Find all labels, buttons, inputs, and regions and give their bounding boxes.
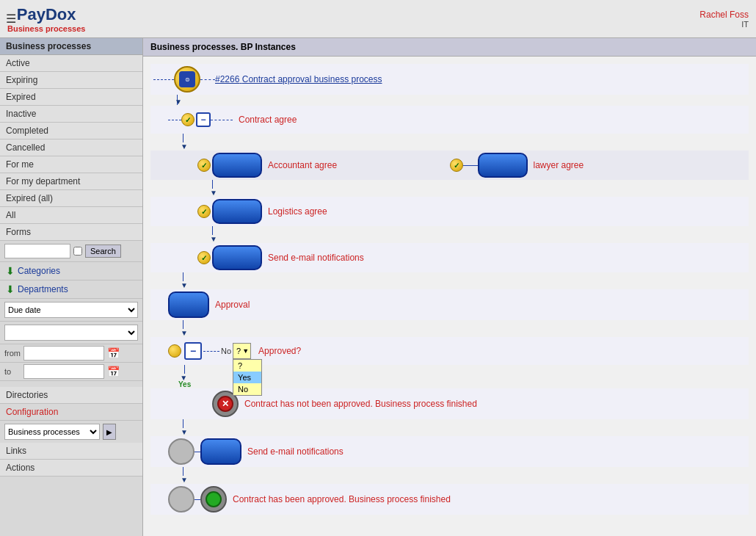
user-name[interactable]: Rachel Foss: [699, 10, 749, 20]
approved-end-node: [200, 486, 227, 513]
approval-label: Approval: [215, 300, 250, 310]
approved-end-gray: [168, 486, 195, 513]
decision-dropdown-arrow[interactable]: ▼: [242, 347, 249, 355]
sidebar-item-for-my-dept[interactable]: For my department: [0, 173, 142, 190]
decision-collapse-node[interactable]: −: [184, 342, 202, 360]
vert-line-4: [212, 226, 749, 235]
decision-dropdown-container: ? ▼ ? Yes No: [233, 343, 251, 359]
configuration-label: Configuration: [6, 407, 58, 417]
accountant-agree-col: ✓ Accountant agree: [153, 153, 450, 178]
to-date-row: to 📅: [0, 363, 142, 381]
from-date-input[interactable]: [23, 346, 104, 361]
vert-line-3: [212, 180, 749, 189]
bp-row-contract-agree: ✓ − Contract agree: [150, 106, 749, 134]
app-title: PayDox: [17, 5, 76, 24]
yes-label: Yes: [178, 380, 191, 388]
lawyer-line: [463, 165, 478, 166]
bp-row-accountant-lawyer: ✓ Accountant agree ✓ lawyer a: [150, 151, 749, 180]
contract-agree-container: ✓ − Contract agree: [168, 112, 297, 127]
sidebar-section-business-processes[interactable]: Business processes: [0, 38, 142, 55]
sidebar-item-inactive[interactable]: Inactive: [0, 106, 142, 123]
bp-row-start: ⊜ #2266 Contract approval business proce…: [150, 64, 749, 95]
end-inner-green: [206, 491, 222, 507]
logistics-agree-node[interactable]: [212, 199, 262, 224]
categories-label: Categories: [18, 266, 60, 276]
decision-select-area[interactable]: ? ▼: [233, 343, 251, 359]
sidebar-item-directories[interactable]: Directories: [0, 387, 142, 404]
vert-yes: ▼ Yes: [178, 365, 749, 388]
vert-5: ▼: [183, 272, 749, 289]
filter-select[interactable]: [4, 325, 138, 341]
sidebar-departments[interactable]: ⬇ Departments: [0, 280, 142, 299]
sidebar-item-all[interactable]: All: [0, 207, 142, 224]
vert-1: ▼: [164, 95, 749, 106]
contract-agree-collapse[interactable]: −: [196, 112, 211, 127]
vert-line-7: [183, 419, 749, 428]
email1-container: ✓ Send e-mail notifications: [197, 245, 364, 270]
accountant-container: ✓ Accountant agree: [197, 153, 337, 178]
main-breadcrumb: Business processes. BP Instances: [143, 38, 756, 57]
decision-option-yes[interactable]: Yes: [233, 372, 261, 383]
bp-row-email-1: ✓ Send e-mail notifications: [150, 243, 749, 272]
user-info: Rachel Foss IT: [699, 10, 749, 29]
accountant-agree-node[interactable]: [212, 153, 262, 178]
sidebar-categories[interactable]: ⬇ Categories: [0, 262, 142, 280]
app-subtitle: Business processes: [7, 24, 85, 33]
config-go-button[interactable]: ▶: [103, 424, 116, 440]
decision-option-no[interactable]: No: [233, 383, 261, 395]
decision-no-label: No: [221, 347, 231, 355]
start-dashed-left: [153, 79, 174, 80]
menu-icon[interactable]: ☰: [6, 12, 16, 26]
vert-2: ▼: [183, 134, 749, 151]
send-email-2-node[interactable]: [200, 438, 241, 465]
sidebar-item-expired[interactable]: Expired: [0, 89, 142, 106]
search-checkbox[interactable]: [73, 247, 82, 256]
bp-row-logistics: ✓ Logistics agree: [150, 197, 749, 226]
bp-row-approval: Approval: [150, 289, 749, 320]
from-date-row: from 📅: [0, 344, 142, 363]
arrow-down-4: ▼: [210, 235, 749, 243]
sort-select[interactable]: Due date: [4, 302, 138, 318]
send-email-1-node[interactable]: [212, 245, 262, 270]
header: ☰ PayDox Business processes Rachel Foss …: [0, 0, 756, 38]
approval-node[interactable]: [168, 291, 209, 318]
decision-option-question[interactable]: ?: [233, 360, 261, 372]
decision-options-dropdown: ? Yes No: [233, 359, 262, 396]
sidebar-item-links[interactable]: Links: [0, 443, 142, 460]
config-select[interactable]: Business processes: [4, 424, 100, 440]
from-label: from: [4, 349, 21, 358]
vert-3: ▼: [212, 180, 749, 197]
bp-row-decision: − No ? ▼ ? Yes No: [150, 337, 749, 365]
sidebar-item-cancelled[interactable]: Cancelled: [0, 140, 142, 156]
bp-id-link[interactable]: #2266 Contract approval business process: [215, 74, 382, 84]
to-calendar-icon[interactable]: 📅: [107, 366, 120, 377]
vert-7: ▼: [183, 419, 749, 436]
search-input[interactable]: [4, 244, 70, 258]
main-content: Business processes. BP Instances ⊜ #2266: [143, 38, 756, 536]
sidebar-item-expired-all[interactable]: Expired (all): [0, 190, 142, 207]
sidebar-item-completed[interactable]: Completed: [0, 123, 142, 140]
to-date-input[interactable]: [23, 364, 104, 379]
vert-line-5: [183, 272, 749, 281]
sidebar-item-expiring[interactable]: Expiring: [0, 72, 142, 89]
arrow-down-2: ▼: [181, 142, 749, 151]
sidebar-item-configuration[interactable]: Configuration: [0, 404, 142, 421]
arrow-down-6: ▼: [181, 329, 749, 337]
sidebar-item-active[interactable]: Active: [0, 55, 142, 72]
approval-container: Approval: [168, 291, 250, 318]
sidebar-item-actions[interactable]: Actions: [0, 460, 142, 477]
from-calendar-icon[interactable]: 📅: [107, 347, 120, 359]
sidebar-item-forms[interactable]: Forms: [0, 224, 142, 241]
approved-end-line: [195, 499, 200, 500]
decision-dashed: [203, 351, 219, 352]
search-button[interactable]: Search: [85, 245, 121, 258]
vert-line-2: [183, 134, 749, 142]
approved-question-label: Approved?: [258, 346, 301, 356]
logistics-container: ✓ Logistics agree: [197, 199, 327, 224]
vert-line-yes: [184, 365, 185, 374]
sidebar-item-for-me[interactable]: For me: [0, 156, 142, 173]
lawyer-agree-node[interactable]: [478, 153, 528, 178]
bp-row-approved-end: Contract has been approved. Business pro…: [150, 484, 749, 515]
layout: Business processes Active Expiring Expir…: [0, 38, 756, 536]
send-email-1-label: Send e-mail notifications: [268, 253, 364, 263]
